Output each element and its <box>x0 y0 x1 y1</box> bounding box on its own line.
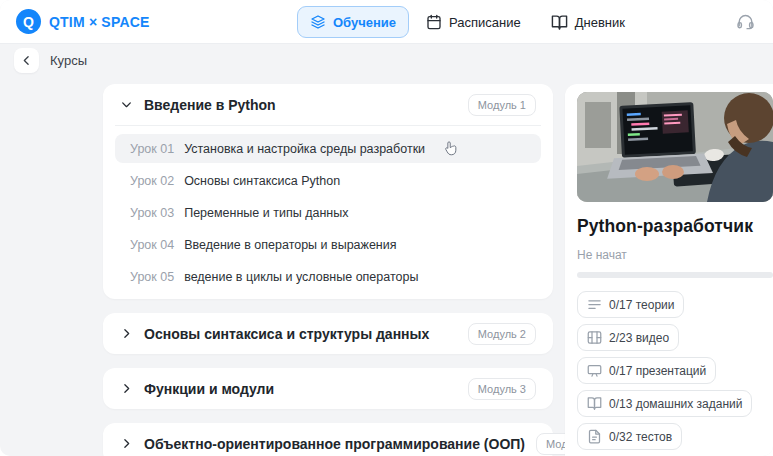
lesson-title: Переменные и типы данных <box>184 206 348 220</box>
nav-tab-label: Обучение <box>333 15 396 30</box>
module-card: Функции и модули Модуль 3 <box>103 368 553 409</box>
module-title: Введение в Python <box>144 97 457 113</box>
lesson-title: ведение в циклы и условные операторы <box>184 270 418 284</box>
app-window: Q QTIM × SPACE Обучение Расписание Дневн… <box>0 0 773 456</box>
lesson-number: Урок 03 <box>130 206 174 220</box>
stat-label: 2/23 видео <box>609 331 669 345</box>
nav-tab-label: Дневник <box>575 15 625 30</box>
module-header[interactable]: Функции и модули Модуль 3 <box>115 368 541 409</box>
breadcrumb-label: Курсы <box>50 53 87 68</box>
module-header[interactable]: Объектно-ориентированное программировани… <box>115 423 541 456</box>
stat-badge: 0/17 теории <box>577 291 684 318</box>
open-book-icon <box>587 396 602 411</box>
module-badge: Модуль 2 <box>468 323 536 345</box>
logo-text: QTIM × SPACE <box>49 14 150 30</box>
lesson-row[interactable]: Урок 01 Установка и настройка среды разр… <box>115 134 541 163</box>
nav-tab[interactable]: Дневник <box>538 6 638 39</box>
book-icon <box>551 14 568 31</box>
stat-label: 0/32 тестов <box>609 430 672 444</box>
lessons-list: Урок 01 Установка и настройка среды разр… <box>115 125 541 299</box>
nav-tab-label: Расписание <box>449 15 521 30</box>
nav-tab[interactable]: Обучение <box>297 6 409 38</box>
module-chevron-icon <box>120 437 133 450</box>
module-badge: Модуль 1 <box>468 94 536 116</box>
file-icon <box>587 429 602 444</box>
module-card: Объектно-ориентированное программировани… <box>103 423 553 456</box>
nav-tab[interactable]: Расписание <box>413 6 534 38</box>
lesson-number: Урок 05 <box>130 270 174 284</box>
module-title: Основы синтаксиса и структуры данных <box>144 326 457 342</box>
logo-letter: Q <box>23 14 34 30</box>
lesson-title: Основы синтаксиса Python <box>184 174 340 188</box>
headset-icon[interactable] <box>734 10 757 33</box>
stat-badge: 0/13 домашних заданий <box>577 390 752 417</box>
stat-label: 0/17 теории <box>609 298 674 312</box>
lines-icon <box>587 297 602 312</box>
logo[interactable]: Q QTIM × SPACE <box>16 9 150 34</box>
lesson-row[interactable]: Урок 03 Переменные и типы данных <box>115 198 541 227</box>
stat-badge: 0/32 тестов <box>577 423 682 450</box>
module-chevron-icon <box>120 327 133 340</box>
stat-badge: 2/23 видео <box>577 324 679 351</box>
module-title: Объектно-ориентированное программировани… <box>144 436 525 452</box>
module-header[interactable]: Основы синтаксиса и структуры данных Мод… <box>115 313 541 354</box>
module-header[interactable]: Введение в Python Модуль 1 <box>115 84 541 125</box>
module-chevron-icon <box>120 98 133 111</box>
layers-icon <box>310 14 326 30</box>
lesson-number: Урок 01 <box>130 142 174 156</box>
course-photo <box>577 92 773 202</box>
progress-bar <box>577 272 773 278</box>
film-icon <box>587 330 602 345</box>
lesson-row[interactable]: Урок 02 Основы синтаксиса Python <box>115 166 541 195</box>
stat-badge: 0/17 презентаций <box>577 357 716 384</box>
module-badge: Модуль 3 <box>468 378 536 400</box>
course-stats: 0/17 теории 2/23 видео 0/17 презентаций … <box>577 291 773 456</box>
module-title: Функции и модули <box>144 381 457 397</box>
nav-tabs: Обучение Расписание Дневник <box>297 0 638 44</box>
stat-label: 0/13 домашних заданий <box>609 397 742 411</box>
lesson-title: Установка и настройка среды разработки <box>184 142 425 156</box>
lesson-title: Введение в операторы и выражения <box>184 238 396 252</box>
presentation-icon <box>587 363 602 378</box>
stat-label: 0/17 презентаций <box>609 364 706 378</box>
lesson-row[interactable]: Урок 04 Введение в операторы и выражения <box>115 230 541 259</box>
breadcrumb: Курсы <box>14 48 87 73</box>
course-card: Python-разработчик Не начат 0/17 теории … <box>565 84 773 456</box>
course-title: Python-разработчик <box>577 216 773 237</box>
logo-icon: Q <box>16 9 41 34</box>
module-card: Введение в Python Модуль 1 Урок 01 Устан… <box>103 84 553 299</box>
lesson-number: Урок 04 <box>130 238 174 252</box>
lesson-number: Урок 02 <box>130 174 174 188</box>
calendar-icon <box>426 14 442 30</box>
back-button[interactable] <box>14 48 39 73</box>
course-status: Не начат <box>577 248 773 262</box>
topbar: Q QTIM × SPACE Обучение Расписание Дневн… <box>0 0 773 44</box>
module-card: Основы синтаксиса и структуры данных Мод… <box>103 313 553 354</box>
modules-list: Введение в Python Модуль 1 Урок 01 Устан… <box>103 84 553 456</box>
lesson-row[interactable]: Урок 05 ведение в циклы и условные опера… <box>115 262 541 291</box>
module-chevron-icon <box>120 382 133 395</box>
